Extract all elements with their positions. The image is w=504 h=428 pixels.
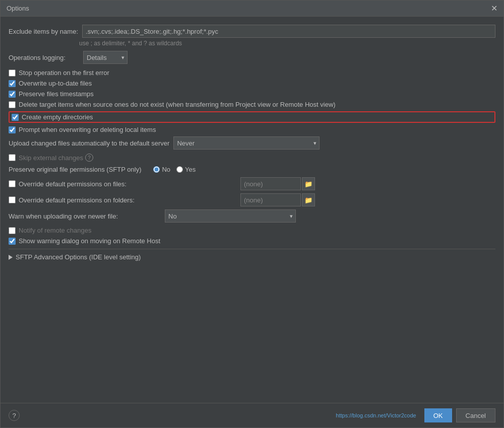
create-empty-dirs-checkbox[interactable] — [12, 114, 19, 121]
radio-yes-label[interactable]: Yes — [176, 166, 196, 173]
preserve-timestamps-row: Preserve files timestamps — [9, 90, 495, 98]
override-files-checkbox-row: Override default permissions on files: — [9, 180, 240, 188]
upload-row: Upload changed files automatically to th… — [9, 136, 495, 150]
ops-logging-row: Operations logging: Details Summary None — [9, 51, 495, 64]
prompt-overwriting-row: Prompt when overwriting or deleting loca… — [9, 126, 495, 133]
override-folders-input[interactable] — [240, 193, 301, 206]
preserve-permissions-radio-group: No Yes — [153, 166, 196, 173]
stop-on-error-row: Stop operation on the first error — [9, 69, 495, 77]
override-files-checkbox[interactable] — [9, 180, 16, 187]
exclude-row: Exclude items by name: — [9, 25, 495, 38]
override-folders-checkbox-row: Override default permissions on folders: — [9, 196, 240, 204]
override-files-input[interactable] — [240, 177, 301, 190]
help-button[interactable]: ? — [9, 410, 20, 421]
upload-label: Upload changed files automatically to th… — [9, 139, 169, 147]
exclude-label: Exclude items by name: — [9, 28, 78, 35]
ops-logging-select-wrapper: Details Summary None — [83, 51, 128, 64]
show-warning-checkbox[interactable] — [9, 238, 16, 245]
dialog-content: Exclude items by name: use ; as delimite… — [1, 17, 503, 403]
override-folders-browse-button[interactable]: 📁 — [302, 193, 315, 206]
ops-logging-label: Operations logging: — [9, 54, 79, 61]
notify-row: Notify of remote changes — [9, 227, 495, 234]
override-folders-row: Override default permissions on folders:… — [9, 193, 495, 206]
close-button[interactable]: ✕ — [491, 5, 497, 13]
prompt-overwriting-label: Prompt when overwriting or deleting loca… — [19, 126, 156, 133]
divider — [9, 249, 495, 249]
dialog-title: Options — [7, 5, 29, 12]
ok-button[interactable]: OK — [424, 408, 452, 422]
override-files-browse-button[interactable]: 📁 — [302, 177, 315, 190]
override-folders-label: Override default permissions on folders: — [19, 196, 135, 204]
warn-label: Warn when uploading over newer file: — [9, 212, 165, 220]
radio-yes[interactable] — [176, 166, 183, 173]
notify-label: Notify of remote changes — [19, 227, 92, 234]
override-files-input-wrapper: 📁 — [240, 177, 315, 190]
exclude-input[interactable] — [82, 25, 495, 38]
title-bar: Options ✕ — [1, 1, 503, 17]
skip-external-checkbox[interactable] — [9, 154, 16, 161]
warn-row: Warn when uploading over newer file: No … — [9, 209, 495, 223]
preserve-timestamps-label: Preserve files timestamps — [19, 90, 94, 98]
delete-target-label: Delete target items when source ones do … — [19, 101, 336, 108]
show-warning-label: Show warning dialog on moving on Remote … — [19, 237, 160, 245]
exclude-hint: use ; as delimiter, * and ? as wildcards — [79, 40, 495, 47]
delete-target-row: Delete target items when source ones do … — [9, 101, 495, 108]
create-empty-dirs-label: Create empty directories — [22, 113, 93, 121]
create-empty-dirs-row: Create empty directories — [9, 111, 495, 123]
overwrite-uptodate-label: Overwrite up-to-date files — [19, 80, 92, 87]
footer-left: ? — [9, 410, 20, 421]
cancel-button[interactable]: Cancel — [456, 408, 495, 422]
preserve-permissions-label: Preserve original file permissions (SFTP… — [9, 166, 141, 173]
skip-external-row: Skip external changes ? — [9, 154, 495, 162]
ops-logging-select[interactable]: Details Summary None — [83, 51, 128, 64]
stop-on-error-label: Stop operation on the first error — [19, 69, 109, 77]
skip-external-help-icon[interactable]: ? — [85, 154, 93, 162]
skip-external-label: Skip external changes — [19, 154, 83, 162]
sftp-section: SFTP Advanced Options (IDE level setting… — [9, 253, 495, 261]
upload-select-wrapper: Never Always On explicit save action On … — [173, 136, 320, 150]
warn-select[interactable]: No Yes — [165, 209, 296, 223]
preserve-timestamps-checkbox[interactable] — [9, 91, 16, 98]
sftp-expand-icon[interactable] — [9, 255, 13, 260]
notify-checkbox[interactable] — [9, 227, 16, 234]
override-files-row: Override default permissions on files: 📁 — [9, 177, 495, 190]
radio-no-label[interactable]: No — [153, 166, 170, 173]
radio-no[interactable] — [153, 166, 160, 173]
url-hint: https://blog.csdn.net/Victor2code — [336, 412, 416, 418]
options-dialog: Options ✕ Exclude items by name: use ; a… — [0, 0, 504, 428]
dialog-footer: ? https://blog.csdn.net/Victor2code OK C… — [1, 403, 503, 427]
preserve-permissions-row: Preserve original file permissions (SFTP… — [9, 166, 495, 173]
prompt-overwriting-checkbox[interactable] — [9, 126, 16, 133]
override-files-label: Override default permissions on files: — [19, 180, 127, 188]
footer-right: https://blog.csdn.net/Victor2code OK Can… — [336, 408, 495, 422]
delete-target-checkbox[interactable] — [9, 101, 16, 108]
sftp-label: SFTP Advanced Options (IDE level setting… — [16, 253, 141, 261]
warn-select-wrapper: No Yes — [165, 209, 296, 223]
overwrite-uptodate-checkbox[interactable] — [9, 80, 16, 87]
show-warning-row: Show warning dialog on moving on Remote … — [9, 237, 495, 245]
upload-select[interactable]: Never Always On explicit save action On … — [173, 136, 320, 150]
overwrite-uptodate-row: Overwrite up-to-date files — [9, 80, 495, 87]
override-folders-checkbox[interactable] — [9, 196, 16, 203]
stop-on-error-checkbox[interactable] — [9, 69, 16, 77]
override-folders-input-wrapper: 📁 — [240, 193, 315, 206]
